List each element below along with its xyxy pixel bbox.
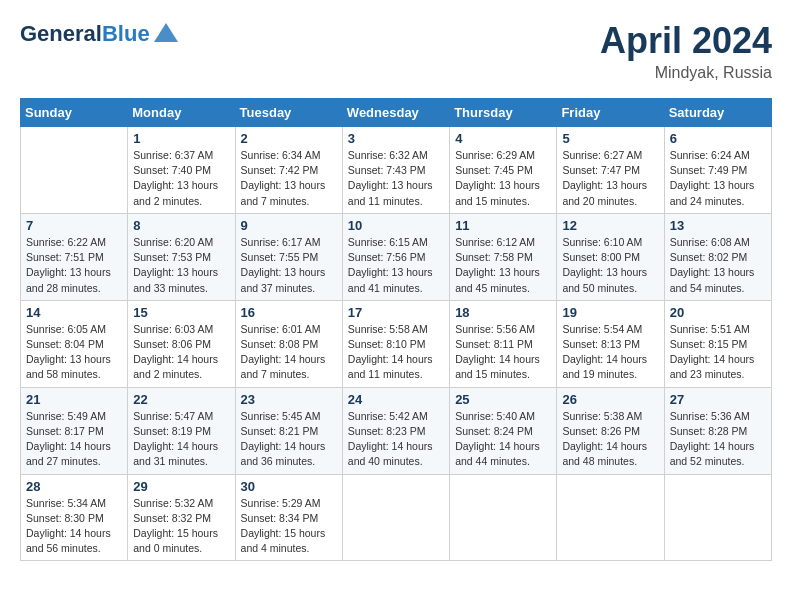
day-number: 10	[348, 218, 444, 233]
title-block: April 2024 Mindyak, Russia	[600, 20, 772, 82]
calendar-cell: 16Sunrise: 6:01 AMSunset: 8:08 PMDayligh…	[235, 300, 342, 387]
logo-icon	[152, 20, 180, 48]
logo: GeneralBlue	[20, 20, 180, 48]
day-number: 8	[133, 218, 229, 233]
week-row-1: 1Sunrise: 6:37 AMSunset: 7:40 PMDaylight…	[21, 127, 772, 214]
header-day-saturday: Saturday	[664, 99, 771, 127]
day-number: 20	[670, 305, 766, 320]
day-info: Sunrise: 5:29 AMSunset: 8:34 PMDaylight:…	[241, 496, 337, 557]
calendar-cell: 28Sunrise: 5:34 AMSunset: 8:30 PMDayligh…	[21, 474, 128, 561]
day-number: 25	[455, 392, 551, 407]
calendar-header: SundayMondayTuesdayWednesdayThursdayFrid…	[21, 99, 772, 127]
day-info: Sunrise: 5:51 AMSunset: 8:15 PMDaylight:…	[670, 322, 766, 383]
day-number: 16	[241, 305, 337, 320]
calendar-cell: 5Sunrise: 6:27 AMSunset: 7:47 PMDaylight…	[557, 127, 664, 214]
calendar-cell: 11Sunrise: 6:12 AMSunset: 7:58 PMDayligh…	[450, 213, 557, 300]
calendar-cell: 24Sunrise: 5:42 AMSunset: 8:23 PMDayligh…	[342, 387, 449, 474]
calendar-cell: 15Sunrise: 6:03 AMSunset: 8:06 PMDayligh…	[128, 300, 235, 387]
day-info: Sunrise: 5:45 AMSunset: 8:21 PMDaylight:…	[241, 409, 337, 470]
day-number: 24	[348, 392, 444, 407]
calendar-cell: 10Sunrise: 6:15 AMSunset: 7:56 PMDayligh…	[342, 213, 449, 300]
calendar-cell: 3Sunrise: 6:32 AMSunset: 7:43 PMDaylight…	[342, 127, 449, 214]
calendar-cell: 17Sunrise: 5:58 AMSunset: 8:10 PMDayligh…	[342, 300, 449, 387]
day-info: Sunrise: 6:37 AMSunset: 7:40 PMDaylight:…	[133, 148, 229, 209]
page-header: GeneralBlue April 2024 Mindyak, Russia	[20, 20, 772, 82]
calendar-cell: 20Sunrise: 5:51 AMSunset: 8:15 PMDayligh…	[664, 300, 771, 387]
day-info: Sunrise: 6:10 AMSunset: 8:00 PMDaylight:…	[562, 235, 658, 296]
header-day-thursday: Thursday	[450, 99, 557, 127]
day-info: Sunrise: 6:29 AMSunset: 7:45 PMDaylight:…	[455, 148, 551, 209]
day-number: 15	[133, 305, 229, 320]
day-info: Sunrise: 5:36 AMSunset: 8:28 PMDaylight:…	[670, 409, 766, 470]
calendar-table: SundayMondayTuesdayWednesdayThursdayFrid…	[20, 98, 772, 561]
day-number: 14	[26, 305, 122, 320]
header-day-sunday: Sunday	[21, 99, 128, 127]
day-info: Sunrise: 6:20 AMSunset: 7:53 PMDaylight:…	[133, 235, 229, 296]
svg-marker-0	[154, 23, 178, 42]
day-info: Sunrise: 6:24 AMSunset: 7:49 PMDaylight:…	[670, 148, 766, 209]
day-number: 28	[26, 479, 122, 494]
day-number: 27	[670, 392, 766, 407]
day-number: 17	[348, 305, 444, 320]
day-info: Sunrise: 5:34 AMSunset: 8:30 PMDaylight:…	[26, 496, 122, 557]
calendar-cell: 21Sunrise: 5:49 AMSunset: 8:17 PMDayligh…	[21, 387, 128, 474]
day-info: Sunrise: 5:47 AMSunset: 8:19 PMDaylight:…	[133, 409, 229, 470]
header-day-friday: Friday	[557, 99, 664, 127]
calendar-cell: 13Sunrise: 6:08 AMSunset: 8:02 PMDayligh…	[664, 213, 771, 300]
logo-blue-text: Blue	[102, 21, 150, 46]
calendar-cell: 9Sunrise: 6:17 AMSunset: 7:55 PMDaylight…	[235, 213, 342, 300]
logo-text: GeneralBlue	[20, 22, 150, 46]
day-info: Sunrise: 5:42 AMSunset: 8:23 PMDaylight:…	[348, 409, 444, 470]
calendar-cell: 14Sunrise: 6:05 AMSunset: 8:04 PMDayligh…	[21, 300, 128, 387]
calendar-cell	[342, 474, 449, 561]
calendar-cell: 25Sunrise: 5:40 AMSunset: 8:24 PMDayligh…	[450, 387, 557, 474]
calendar-cell: 23Sunrise: 5:45 AMSunset: 8:21 PMDayligh…	[235, 387, 342, 474]
day-info: Sunrise: 5:40 AMSunset: 8:24 PMDaylight:…	[455, 409, 551, 470]
calendar-cell	[557, 474, 664, 561]
header-day-tuesday: Tuesday	[235, 99, 342, 127]
week-row-5: 28Sunrise: 5:34 AMSunset: 8:30 PMDayligh…	[21, 474, 772, 561]
day-info: Sunrise: 6:12 AMSunset: 7:58 PMDaylight:…	[455, 235, 551, 296]
day-info: Sunrise: 6:32 AMSunset: 7:43 PMDaylight:…	[348, 148, 444, 209]
day-info: Sunrise: 5:54 AMSunset: 8:13 PMDaylight:…	[562, 322, 658, 383]
day-number: 12	[562, 218, 658, 233]
calendar-cell: 6Sunrise: 6:24 AMSunset: 7:49 PMDaylight…	[664, 127, 771, 214]
day-info: Sunrise: 6:01 AMSunset: 8:08 PMDaylight:…	[241, 322, 337, 383]
day-number: 22	[133, 392, 229, 407]
calendar-cell: 22Sunrise: 5:47 AMSunset: 8:19 PMDayligh…	[128, 387, 235, 474]
day-info: Sunrise: 5:56 AMSunset: 8:11 PMDaylight:…	[455, 322, 551, 383]
day-info: Sunrise: 6:34 AMSunset: 7:42 PMDaylight:…	[241, 148, 337, 209]
day-info: Sunrise: 6:03 AMSunset: 8:06 PMDaylight:…	[133, 322, 229, 383]
location: Mindyak, Russia	[600, 64, 772, 82]
day-number: 18	[455, 305, 551, 320]
day-number: 26	[562, 392, 658, 407]
day-info: Sunrise: 5:49 AMSunset: 8:17 PMDaylight:…	[26, 409, 122, 470]
calendar-cell: 7Sunrise: 6:22 AMSunset: 7:51 PMDaylight…	[21, 213, 128, 300]
day-number: 30	[241, 479, 337, 494]
day-info: Sunrise: 5:58 AMSunset: 8:10 PMDaylight:…	[348, 322, 444, 383]
day-info: Sunrise: 6:22 AMSunset: 7:51 PMDaylight:…	[26, 235, 122, 296]
calendar-cell: 12Sunrise: 6:10 AMSunset: 8:00 PMDayligh…	[557, 213, 664, 300]
calendar-cell: 2Sunrise: 6:34 AMSunset: 7:42 PMDaylight…	[235, 127, 342, 214]
calendar-cell: 29Sunrise: 5:32 AMSunset: 8:32 PMDayligh…	[128, 474, 235, 561]
day-number: 3	[348, 131, 444, 146]
day-info: Sunrise: 6:05 AMSunset: 8:04 PMDaylight:…	[26, 322, 122, 383]
week-row-2: 7Sunrise: 6:22 AMSunset: 7:51 PMDaylight…	[21, 213, 772, 300]
day-info: Sunrise: 6:17 AMSunset: 7:55 PMDaylight:…	[241, 235, 337, 296]
calendar-body: 1Sunrise: 6:37 AMSunset: 7:40 PMDaylight…	[21, 127, 772, 561]
header-day-wednesday: Wednesday	[342, 99, 449, 127]
day-number: 23	[241, 392, 337, 407]
calendar-cell: 30Sunrise: 5:29 AMSunset: 8:34 PMDayligh…	[235, 474, 342, 561]
day-number: 6	[670, 131, 766, 146]
calendar-cell: 26Sunrise: 5:38 AMSunset: 8:26 PMDayligh…	[557, 387, 664, 474]
week-row-3: 14Sunrise: 6:05 AMSunset: 8:04 PMDayligh…	[21, 300, 772, 387]
day-number: 11	[455, 218, 551, 233]
calendar-cell	[450, 474, 557, 561]
calendar-cell	[21, 127, 128, 214]
day-number: 19	[562, 305, 658, 320]
calendar-cell: 4Sunrise: 6:29 AMSunset: 7:45 PMDaylight…	[450, 127, 557, 214]
day-number: 9	[241, 218, 337, 233]
calendar-cell: 8Sunrise: 6:20 AMSunset: 7:53 PMDaylight…	[128, 213, 235, 300]
day-info: Sunrise: 5:38 AMSunset: 8:26 PMDaylight:…	[562, 409, 658, 470]
calendar-cell: 27Sunrise: 5:36 AMSunset: 8:28 PMDayligh…	[664, 387, 771, 474]
